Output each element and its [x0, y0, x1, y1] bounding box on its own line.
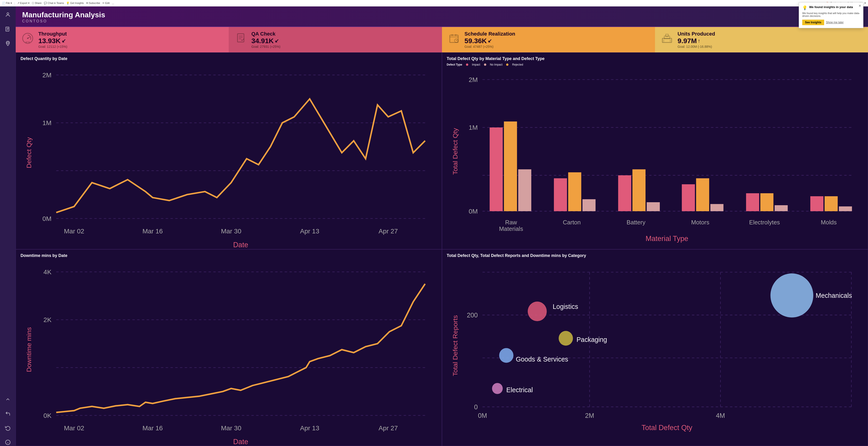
- sidebar-person-icon[interactable]: [4, 11, 11, 19]
- legend-impact-label: Impact: [472, 63, 480, 66]
- svg-text:Electrical: Electrical: [506, 386, 533, 393]
- subscribe-btn[interactable]: ✉ Subscribe: [86, 2, 100, 5]
- chart2-container: 2M 1M 0M Total Defect Qty: [447, 68, 863, 247]
- throughput-content: Throughput 13.93K ↙ Goal: 12112 (+15%): [38, 31, 67, 49]
- more-btn[interactable]: ...: [112, 2, 114, 5]
- content-area: Manufacturing Analysis CONTOSO Throughpu…: [16, 6, 868, 446]
- svg-text:Battery: Battery: [626, 219, 645, 226]
- svg-point-104: [499, 348, 513, 363]
- notif-header: 💡 We found insights in your data: [802, 5, 860, 10]
- schedule-goal: Goal: 47487 (+25%): [465, 45, 515, 49]
- sidebar-chevron-up-icon[interactable]: [4, 396, 11, 403]
- svg-rect-59: [710, 204, 723, 211]
- notif-body: We found key insights that will help you…: [802, 12, 860, 17]
- close-btn[interactable]: ✕: [864, 2, 866, 5]
- kpi-qa-check[interactable]: QA Check 34.91K ↙ Goal: 27931 (+25%): [229, 27, 442, 52]
- qa-value: 34.91K ↙: [251, 37, 280, 45]
- svg-text:Mar 02: Mar 02: [64, 228, 84, 235]
- sidebar: [0, 6, 16, 446]
- kpi-units[interactable]: Units Produced 9.97M ↑ Goal: 12.00M (-16…: [655, 27, 868, 52]
- svg-rect-50: [518, 169, 531, 211]
- throughput-goal: Goal: 12112 (+15%): [38, 45, 67, 49]
- report-title: Manufacturing Analysis: [22, 11, 862, 19]
- svg-text:Date: Date: [233, 241, 248, 249]
- svg-text:Carton: Carton: [563, 219, 581, 226]
- kpi-schedule[interactable]: Schedule Realization 59.36K ↙ Goal: 4748…: [442, 27, 655, 52]
- legend-noimpact-dot: [484, 63, 486, 66]
- svg-text:200: 200: [467, 311, 477, 319]
- share-btn[interactable]: ⬡ Share: [32, 2, 41, 5]
- svg-rect-64: [825, 196, 838, 211]
- svg-text:Material Type: Material Type: [646, 235, 688, 243]
- svg-rect-61: [760, 193, 773, 211]
- notification-popup: ✕ 💡 We found insights in your data We fo…: [799, 2, 863, 28]
- svg-text:0K: 0K: [43, 412, 52, 419]
- schedule-label: Schedule Realization: [465, 31, 515, 37]
- schedule-content: Schedule Realization 59.36K ↙ Goal: 4748…: [465, 31, 515, 49]
- svg-text:0M: 0M: [478, 412, 487, 419]
- qa-arrow: ↙: [275, 38, 279, 44]
- get-insights-btn[interactable]: 💡 Get Insights: [66, 2, 84, 5]
- svg-text:1M: 1M: [468, 124, 477, 131]
- see-insights-button[interactable]: See Insights: [802, 20, 824, 25]
- svg-text:Electrolytes: Electrolytes: [749, 219, 780, 226]
- charts-area: Defect Quantity by Date 2M 1M 0M Defect …: [16, 52, 868, 446]
- svg-text:2M: 2M: [468, 76, 477, 83]
- report-subtitle: CONTOSO: [22, 19, 862, 23]
- file-menu[interactable]: 📄 File ▾: [2, 2, 12, 5]
- svg-text:Apr 27: Apr 27: [378, 228, 398, 235]
- top-bar: 📄 File ▾ | ↗ Export ▾ ⬡ Share 💬 Chat in …: [0, 0, 868, 6]
- svg-point-110: [770, 273, 813, 318]
- svg-text:Mar 30: Mar 30: [221, 424, 241, 432]
- schedule-arrow: ↙: [488, 38, 492, 44]
- kpi-throughput[interactable]: Throughput 13.93K ↙ Goal: 12112 (+15%): [16, 27, 229, 52]
- svg-text:Goods & Services: Goods & Services: [516, 355, 568, 363]
- chart-scatter: Total Defect Qty, Total Defect Reports a…: [442, 249, 868, 446]
- svg-text:Mar 02: Mar 02: [64, 424, 84, 432]
- notification-icon: 💡: [802, 5, 807, 10]
- svg-rect-48: [490, 127, 503, 211]
- svg-text:Total Defect Qty: Total Defect Qty: [641, 423, 692, 432]
- sidebar-edit-icon[interactable]: [4, 25, 11, 33]
- sidebar-back-icon[interactable]: [4, 410, 11, 417]
- chart3-title: Downtime mins by Date: [21, 253, 437, 258]
- export-btn[interactable]: ↗ Export ▾: [17, 2, 30, 5]
- svg-point-102: [528, 301, 547, 321]
- sidebar-undo-icon[interactable]: [4, 424, 11, 432]
- sidebar-location-icon[interactable]: [4, 40, 11, 47]
- svg-text:Mar 30: Mar 30: [221, 228, 241, 235]
- kpi-row: Throughput 13.93K ↙ Goal: 12112 (+15%) Q…: [16, 27, 868, 52]
- svg-text:Downtime mins: Downtime mins: [25, 327, 33, 372]
- svg-text:0M: 0M: [468, 208, 477, 215]
- sidebar-info-icon[interactable]: [4, 439, 11, 446]
- svg-rect-56: [647, 202, 660, 211]
- throughput-icon: [21, 32, 34, 48]
- svg-text:Molds: Molds: [821, 219, 837, 226]
- notification-close-btn[interactable]: ✕: [859, 4, 861, 8]
- svg-text:Defect Qty: Defect Qty: [25, 137, 33, 168]
- legend-rejected-label: Rejected: [512, 63, 523, 66]
- svg-text:Apr 13: Apr 13: [300, 228, 319, 235]
- units-goal: Goal: 12.00M (-16.88%): [678, 45, 715, 49]
- svg-text:4K: 4K: [43, 268, 52, 276]
- svg-rect-49: [504, 121, 517, 211]
- svg-text:Total Defect Reports: Total Defect Reports: [452, 315, 459, 376]
- chart-defect-qty-by-date: Defect Quantity by Date 2M 1M 0M Defect …: [16, 52, 442, 249]
- notif-title: We found insights in your data: [809, 5, 853, 9]
- edit-btn[interactable]: ✏ Edit: [102, 2, 110, 5]
- show-me-later-button[interactable]: Show me later: [826, 21, 844, 24]
- svg-rect-62: [775, 205, 788, 211]
- top-bar-left: 📄 File ▾ | ↗ Export ▾ ⬡ Share 💬 Chat in …: [2, 2, 804, 5]
- chat-teams-btn[interactable]: 💬 Chat in Teams: [44, 2, 64, 5]
- units-content: Units Produced 9.97M ↑ Goal: 12.00M (-16…: [678, 31, 715, 49]
- throughput-value: 13.93K ↙: [38, 37, 67, 45]
- svg-text:Date: Date: [233, 438, 248, 446]
- svg-rect-52: [568, 172, 581, 211]
- svg-text:Total Defect Qty: Total Defect Qty: [452, 128, 459, 175]
- svg-text:Logistics: Logistics: [553, 303, 578, 310]
- svg-point-5: [7, 42, 9, 44]
- svg-rect-58: [696, 178, 709, 211]
- svg-point-108: [559, 331, 573, 346]
- qa-icon: [234, 32, 247, 48]
- svg-text:0: 0: [474, 403, 478, 411]
